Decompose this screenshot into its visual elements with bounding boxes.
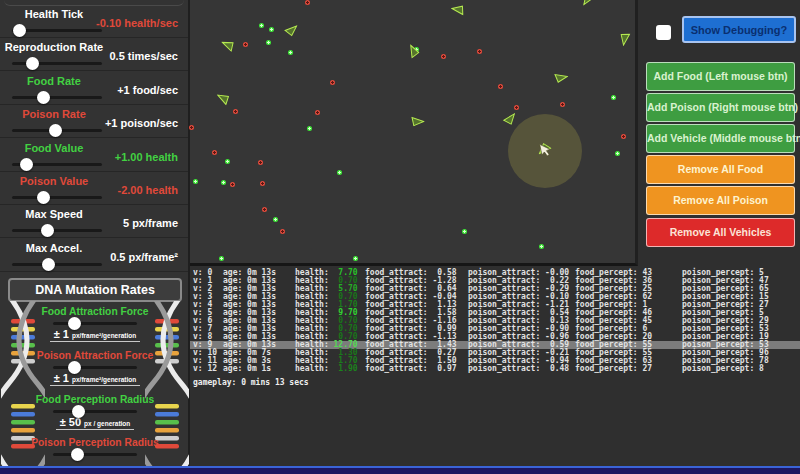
- vehicle-icon: [500, 108, 517, 125]
- evolution-simulator-app: Health Tick-0.10 health/secReproduction …: [0, 0, 800, 474]
- poison-value-slider[interactable]: [12, 196, 102, 199]
- food-dot: [193, 179, 198, 184]
- simulation-canvas[interactable]: [190, 0, 638, 266]
- slider-label: Poison Attraction Force: [37, 350, 153, 362]
- vehicle-icon: [621, 32, 634, 48]
- table-cell: poison_percept: 8: [682, 365, 764, 373]
- slider-handle[interactable]: [37, 91, 50, 104]
- food-dot: [353, 256, 358, 261]
- poison-dot: [189, 125, 194, 130]
- food-dot: [615, 151, 620, 156]
- table-cell: food_attract: 0.97: [365, 365, 457, 373]
- slider-handle[interactable]: [68, 361, 81, 374]
- add-food-left-mouse-btn-button[interactable]: Add Food (Left mouse btn): [646, 62, 795, 91]
- slider-value: 5 px/frame: [123, 217, 178, 229]
- slider-label: Poison Value: [2, 175, 106, 187]
- vehicle-icon: [217, 40, 234, 56]
- slider-handle[interactable]: [41, 224, 54, 237]
- poison-dot: [243, 42, 248, 47]
- reproduction-rate-slider[interactable]: [12, 62, 102, 65]
- poison-rate-group: Poison Rate+1 poison/sec: [0, 104, 188, 138]
- vehicle-icon: [403, 44, 417, 61]
- poison-attraction-force-slider[interactable]: [53, 366, 137, 369]
- slider-handle[interactable]: [13, 24, 26, 37]
- settings-sidebar: Health Tick-0.10 health/secReproduction …: [0, 0, 190, 474]
- poison-dot: [305, 0, 310, 5]
- poison-dot: [262, 207, 267, 212]
- slider-handle[interactable]: [71, 448, 84, 461]
- slider-handle[interactable]: [68, 317, 81, 330]
- food-dot: [288, 50, 293, 55]
- poison-rate-slider[interactable]: [12, 129, 102, 132]
- food-dot: [307, 126, 312, 131]
- poison-dot: [280, 229, 285, 234]
- slider-handle[interactable]: [20, 158, 33, 171]
- food-value-group: Food Value+1.00 health: [0, 138, 188, 172]
- table-cell: health: 1.90: [295, 365, 358, 373]
- health-value: 1.90: [334, 364, 358, 373]
- slider-value: +1 poison/sec: [105, 117, 178, 129]
- vehicle-stats-table: v: 0age: 0m 13shealth: 7.70food_attract:…: [190, 269, 800, 373]
- poison-dot: [477, 49, 482, 54]
- mutation-amount-label: ± 50 px / generation: [56, 416, 135, 430]
- poison-dot: [230, 182, 235, 187]
- vehicle-icon: [582, 0, 599, 11]
- mouse-cursor-icon: [540, 143, 553, 161]
- remove-all-vehicles-button[interactable]: Remove All Vehicles: [646, 218, 795, 247]
- food-rate-slider[interactable]: [12, 96, 102, 99]
- slider-value: -2.00 health: [117, 184, 178, 196]
- slider-label: Reproduction Rate: [2, 41, 106, 53]
- add-poison-right-mouse-btn-button[interactable]: Add Poison (Right mouse btn): [646, 93, 795, 122]
- poison-dot: [514, 105, 519, 110]
- reproduction-rate-group: Reproduction Rate0.5 times/sec: [0, 37, 188, 71]
- slider-label: Max Accel.: [2, 242, 106, 254]
- add-vehicle-middle-mouse-btn-button[interactable]: Add Vehicle (Middle mouse btn): [646, 124, 795, 153]
- max-accel-slider[interactable]: [12, 263, 102, 266]
- vehicle-icon: [411, 112, 426, 123]
- slider-label: Health Tick: [2, 8, 106, 20]
- food-dot: [266, 40, 271, 45]
- poison-dot: [212, 150, 217, 155]
- mutation-unit-label: px/frame²/generation: [72, 332, 136, 339]
- poison-dot: [315, 110, 320, 115]
- food-attraction-force-slider[interactable]: [53, 322, 137, 325]
- food-dot: [611, 95, 616, 100]
- show-debugging-checkbox[interactable]: [656, 25, 671, 40]
- max-speed-slider[interactable]: [12, 229, 102, 232]
- food-dot: [269, 27, 274, 32]
- table-cell: poison_attract: 0.48: [468, 365, 569, 373]
- slider-value: -0.10 health/sec: [96, 17, 178, 29]
- dna-mutation-rates-header: DNA Mutation Rates: [8, 278, 182, 302]
- poison-dot: [621, 134, 626, 139]
- poison-dot: [498, 84, 503, 89]
- food-perception-radius-slider[interactable]: [53, 410, 137, 413]
- show-debugging-button[interactable]: Show Debugging?: [682, 16, 796, 43]
- slider-handle[interactable]: [49, 124, 62, 137]
- food-dot: [221, 180, 226, 185]
- food-dot: [539, 244, 544, 249]
- vehicle-row: v: 12age: 0m 1shealth: 1.90food_attract:…: [190, 365, 800, 373]
- slider-value: 0.5 px/frame²: [110, 251, 178, 263]
- slider-handle[interactable]: [26, 57, 39, 70]
- food-value-slider[interactable]: [12, 163, 102, 166]
- poison-dot: [260, 181, 265, 186]
- max-speed-group: Max Speed5 px/frame: [0, 204, 188, 238]
- food-attraction-force-group: Food Attraction Force± 1 px/frame²/gener…: [30, 306, 160, 342]
- mutation-unit-label: px/frame²/generation: [72, 376, 136, 383]
- food-dot: [337, 170, 342, 175]
- slider-handle[interactable]: [42, 258, 55, 271]
- remove-all-poison-button[interactable]: Remove All Poison: [646, 186, 795, 215]
- poison-dot: [233, 109, 238, 114]
- slider-label: Poison Perception Radius: [31, 437, 159, 449]
- poison-attraction-force-group: Poison Attraction Force± 1 px/frame²/gen…: [30, 350, 160, 386]
- poison-perception-radius-slider[interactable]: [53, 453, 137, 456]
- slider-value: +1.00 health: [115, 151, 178, 163]
- food-rate-group: Food Rate+1 food/sec: [0, 71, 188, 105]
- slider-handle[interactable]: [37, 191, 50, 204]
- poison-dot: [560, 102, 565, 107]
- remove-all-food-button[interactable]: Remove All Food: [646, 155, 795, 184]
- vehicle-icon: [281, 19, 298, 35]
- poison-dot: [258, 160, 263, 165]
- health-tick-slider[interactable]: [12, 29, 102, 32]
- slider-value: +1 food/sec: [117, 84, 178, 96]
